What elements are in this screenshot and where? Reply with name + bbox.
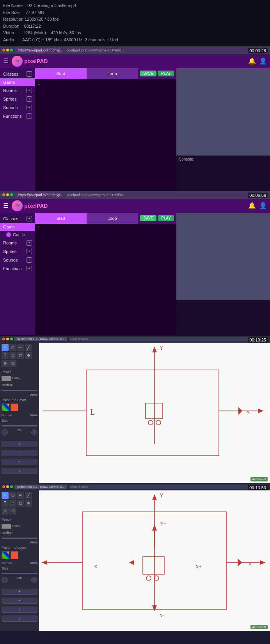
- browser-tab-2[interactable]: https://pixelpad.io/app/myp...: [15, 193, 62, 197]
- browser-tab[interactable]: https://pixelpad.io/app/myp...: [15, 48, 62, 53]
- sketchpad-url[interactable]: sketchPad.io: [69, 337, 268, 341]
- close-button-3[interactable]: [2, 338, 5, 340]
- maximize-button-3[interactable]: [10, 338, 13, 340]
- size-slider-2[interactable]: [2, 573, 37, 574]
- layer-down-button[interactable]: ↓: [2, 468, 37, 474]
- eraser-tool-2[interactable]: ◻: [17, 500, 24, 507]
- plus-size-button[interactable]: +: [31, 429, 37, 435]
- minimize-button-2[interactable]: [6, 193, 9, 196]
- crop-tool[interactable]: ⊞: [9, 360, 16, 367]
- tab-loop[interactable]: Loop: [87, 68, 138, 79]
- tab-start-2[interactable]: Start: [35, 213, 87, 224]
- sidebar-item-sounds-2[interactable]: Sounds +: [0, 256, 35, 264]
- sidebar-item-sprites-2[interactable]: Sprites +: [0, 247, 35, 256]
- sketchpad-url-2[interactable]: sketchPad.io: [69, 485, 268, 489]
- sketch-canvas-area-1[interactable]: Y L × All Saved!: [39, 343, 270, 483]
- sidebar-item-rooms-2[interactable]: Rooms +: [0, 239, 35, 247]
- add-sound-icon[interactable]: +: [27, 105, 32, 110]
- layer-up-button-2[interactable]: ↑: [2, 607, 37, 613]
- maximize-button-2[interactable]: [10, 193, 13, 196]
- shape-tool-2[interactable]: □: [9, 500, 16, 507]
- pencil-tool-2[interactable]: ✏: [17, 492, 24, 499]
- save-button-2[interactable]: SAVE: [140, 215, 156, 221]
- add-sprite-icon[interactable]: +: [27, 96, 32, 102]
- add-class-icon-2[interactable]: +: [27, 216, 32, 221]
- layer-down-button-2[interactable]: ↓: [2, 616, 37, 622]
- sidebar-item-classes[interactable]: Classes +: [0, 70, 35, 78]
- sketch-canvas-area-2[interactable]: Y Y- X- X+ Y+: [39, 490, 270, 631]
- shape-tool[interactable]: □: [9, 352, 16, 359]
- add-sound-icon-2[interactable]: +: [27, 257, 32, 263]
- remove-layer-button-2[interactable]: −: [2, 598, 37, 604]
- sidebar-item-functions[interactable]: Functions +: [0, 112, 35, 120]
- close-button[interactable]: [2, 49, 5, 51]
- user-avatar-icon-2[interactable]: 👤: [259, 202, 267, 209]
- notification-bell-icon-2[interactable]: 🔔: [248, 202, 256, 209]
- eraser-tool[interactable]: ◻: [17, 352, 24, 359]
- save-button[interactable]: SAVE: [140, 71, 156, 76]
- sidebar-item-rooms[interactable]: Rooms +: [0, 86, 35, 95]
- minus-size-button-2[interactable]: −: [2, 577, 8, 583]
- add-room-icon-2[interactable]: +: [27, 240, 32, 246]
- add-layer-button[interactable]: +: [2, 441, 37, 447]
- minimize-button[interactable]: [6, 49, 9, 51]
- line-tool[interactable]: ╱: [25, 344, 32, 351]
- hamburger-icon[interactable]: ☰: [3, 57, 9, 65]
- add-room-icon[interactable]: +: [27, 88, 32, 93]
- zoom-tool[interactable]: ⊕: [2, 360, 9, 367]
- zoom-tool-2[interactable]: ⊕: [2, 508, 9, 515]
- tab-start[interactable]: Start: [35, 68, 87, 79]
- sidebar-item-game-2[interactable]: Game: [0, 223, 35, 231]
- sketchpad-tab-2[interactable]: SketchPad 5.1 - Draw, Create, D...: [14, 485, 67, 489]
- text-tool[interactable]: T: [2, 352, 9, 359]
- code-editor-1[interactable]: 1: [35, 79, 176, 191]
- hand-tool[interactable]: ✥: [25, 352, 32, 359]
- add-function-icon[interactable]: +: [27, 113, 32, 119]
- hand-tool-2[interactable]: ✥: [25, 500, 32, 507]
- sidebar-item-sounds[interactable]: Sounds +: [0, 103, 35, 112]
- maximize-button[interactable]: [10, 49, 13, 51]
- sidebar-item-game[interactable]: Game: [0, 78, 35, 86]
- crop-tool-2[interactable]: ⊞: [9, 508, 16, 515]
- sidebar-item-sprites[interactable]: Sprites +: [0, 95, 35, 103]
- remove-layer-button[interactable]: −: [2, 450, 37, 456]
- plus-size-button-2[interactable]: +: [31, 577, 37, 583]
- notification-bell-icon[interactable]: 🔔: [248, 57, 256, 65]
- active-color[interactable]: [11, 403, 18, 411]
- minimize-button-4[interactable]: [6, 485, 9, 488]
- add-layer-button-2[interactable]: +: [2, 589, 37, 595]
- add-class-icon[interactable]: +: [27, 71, 32, 77]
- add-function-icon-2[interactable]: +: [27, 266, 32, 271]
- close-button-4[interactable]: [2, 485, 5, 488]
- layer-up-button[interactable]: ↑: [2, 459, 37, 465]
- sidebar-item-castle[interactable]: Castle: [0, 231, 35, 239]
- text-tool-2[interactable]: T: [2, 500, 9, 507]
- line-tool-2[interactable]: ╱: [25, 492, 32, 499]
- color-wheel-2[interactable]: [2, 551, 9, 559]
- maximize-button-4[interactable]: [10, 485, 13, 488]
- lasso-tool-2[interactable]: ⬡: [9, 492, 16, 499]
- minus-size-button[interactable]: −: [2, 429, 8, 435]
- sidebar-item-classes-2[interactable]: Classes +: [0, 214, 35, 223]
- minimize-button-3[interactable]: [6, 338, 9, 340]
- add-sprite-icon-2[interactable]: +: [27, 249, 32, 254]
- close-button-2[interactable]: [2, 193, 5, 196]
- select-tool[interactable]: ↖: [2, 344, 9, 351]
- url-bar-2[interactable]: pixelpad.io/app/newgame/edit?edit=1: [64, 193, 268, 197]
- color-wheel[interactable]: [2, 403, 9, 411]
- url-bar[interactable]: pixelpad.io/app/newgame/edit?edit=1: [64, 48, 268, 53]
- outline-opacity-slider[interactable]: [2, 390, 37, 391]
- lasso-tool[interactable]: ⬡: [9, 344, 16, 351]
- tab-loop-2[interactable]: Loop: [87, 213, 138, 224]
- hamburger-icon-2[interactable]: ☰: [3, 202, 9, 209]
- play-button-2[interactable]: PLAY: [158, 215, 174, 221]
- user-avatar-icon[interactable]: 👤: [259, 57, 267, 65]
- pencil-tool[interactable]: ✏: [17, 344, 24, 351]
- size-slider[interactable]: [2, 425, 37, 426]
- select-tool-2[interactable]: ↖: [2, 492, 9, 499]
- outline-opacity-slider-2[interactable]: [2, 538, 37, 539]
- active-color-2[interactable]: [11, 551, 18, 559]
- code-editor-2[interactable]: 1: [35, 224, 176, 335]
- play-button[interactable]: PLAY: [158, 71, 174, 76]
- sidebar-item-functions-2[interactable]: Functions +: [0, 264, 35, 273]
